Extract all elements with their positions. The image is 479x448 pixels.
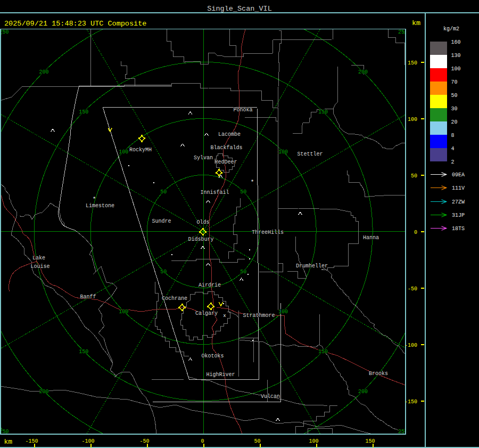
- svg-text:Strathmore: Strathmore: [243, 313, 275, 319]
- svg-text:100: 100: [119, 309, 128, 315]
- svg-text:18TS: 18TS: [452, 226, 465, 232]
- svg-text:200: 200: [39, 389, 48, 395]
- svg-text:Louise: Louise: [30, 264, 49, 270]
- svg-text:200: 200: [39, 69, 48, 75]
- svg-text:Stettler: Stettler: [297, 151, 323, 157]
- svg-text:*: *: [251, 179, 254, 185]
- svg-text:ThreeHills: ThreeHills: [252, 230, 284, 235]
- svg-text:0: 0: [414, 230, 417, 235]
- svg-text:-50: -50: [139, 438, 149, 444]
- svg-text:-50: -50: [408, 286, 417, 292]
- svg-text:Ponoka: Ponoka: [233, 107, 252, 113]
- svg-text:100: 100: [278, 309, 288, 315]
- svg-text:50: 50: [254, 438, 260, 444]
- svg-text:4: 4: [451, 146, 455, 152]
- svg-text:Blackfalds: Blackfalds: [210, 145, 242, 151]
- svg-text:Single_Scan_VIL: Single_Scan_VIL: [207, 5, 272, 13]
- svg-text:Calgary: Calgary: [195, 311, 218, 316]
- svg-text:8: 8: [451, 133, 455, 139]
- svg-text:150: 150: [79, 109, 88, 115]
- svg-text:-150: -150: [404, 399, 417, 405]
- svg-text:x: x: [223, 313, 226, 319]
- svg-text:150: 150: [365, 438, 375, 444]
- svg-text:Sylvan: Sylvan: [194, 155, 213, 161]
- svg-text:111V: 111V: [452, 185, 465, 191]
- svg-text:30: 30: [451, 106, 458, 112]
- svg-text:160: 160: [451, 39, 461, 45]
- svg-text:70: 70: [451, 79, 458, 85]
- svg-text:RedDeer: RedDeer: [214, 159, 237, 165]
- svg-text:Banff: Banff: [80, 294, 96, 300]
- svg-text:09EA: 09EA: [452, 172, 465, 178]
- svg-text:Innisfail: Innisfail: [200, 190, 229, 196]
- svg-text:Didsbury: Didsbury: [188, 237, 213, 242]
- svg-text:50: 50: [411, 173, 417, 179]
- svg-text:*: *: [93, 196, 96, 202]
- svg-text:27ZW: 27ZW: [452, 199, 465, 205]
- svg-text:Vulcan: Vulcan: [261, 394, 280, 400]
- svg-text:-100: -100: [81, 438, 94, 444]
- svg-text:Olds: Olds: [196, 219, 209, 225]
- svg-text:HighRiver: HighRiver: [206, 372, 235, 378]
- svg-text:150: 150: [318, 349, 328, 355]
- svg-text:RockyMH: RockyMH: [129, 147, 152, 153]
- svg-text:150: 150: [79, 349, 88, 355]
- svg-text:Hanna: Hanna: [363, 235, 379, 241]
- svg-text:-150: -150: [25, 438, 38, 444]
- svg-text:Lacombe: Lacombe: [218, 132, 241, 137]
- svg-text:250: 250: [0, 429, 9, 435]
- svg-text:50: 50: [160, 189, 167, 195]
- svg-text:250: 250: [0, 29, 9, 35]
- svg-text:150: 150: [408, 60, 417, 66]
- svg-text:Okotoks: Okotoks: [201, 353, 224, 359]
- svg-text:100: 100: [278, 149, 288, 155]
- svg-text:2025/09/21 15:48:23 UTC Compos: 2025/09/21 15:48:23 UTC Composite: [4, 20, 146, 28]
- svg-text:Brooks: Brooks: [369, 371, 388, 377]
- svg-text:Cochrane: Cochrane: [162, 296, 187, 302]
- svg-text:100: 100: [119, 149, 128, 155]
- svg-text:kg/m2: kg/m2: [443, 26, 459, 32]
- svg-text:0: 0: [201, 438, 204, 444]
- svg-text:Drumheller: Drumheller: [296, 263, 328, 269]
- svg-text:50: 50: [160, 269, 167, 275]
- svg-text:20: 20: [451, 119, 458, 125]
- svg-text:Sundre: Sundre: [152, 218, 171, 224]
- svg-text:km: km: [4, 438, 13, 446]
- svg-text:100: 100: [408, 117, 417, 123]
- svg-text:Airdrie: Airdrie: [199, 282, 221, 288]
- svg-text:Lake: Lake: [32, 255, 45, 261]
- svg-text:50: 50: [451, 93, 458, 99]
- svg-text:Limestone: Limestone: [86, 203, 114, 209]
- svg-text:130: 130: [451, 53, 461, 59]
- svg-text:-100: -100: [404, 343, 417, 348]
- svg-text:50: 50: [240, 269, 246, 275]
- svg-text:2: 2: [451, 159, 455, 165]
- svg-text:50: 50: [240, 189, 246, 195]
- svg-text:100: 100: [309, 438, 318, 444]
- svg-text:100: 100: [451, 66, 461, 72]
- svg-text:31JP: 31JP: [452, 213, 465, 218]
- svg-text:200: 200: [358, 69, 368, 75]
- svg-text:km: km: [412, 19, 420, 27]
- svg-text:150: 150: [318, 109, 328, 115]
- svg-text:200: 200: [358, 389, 368, 395]
